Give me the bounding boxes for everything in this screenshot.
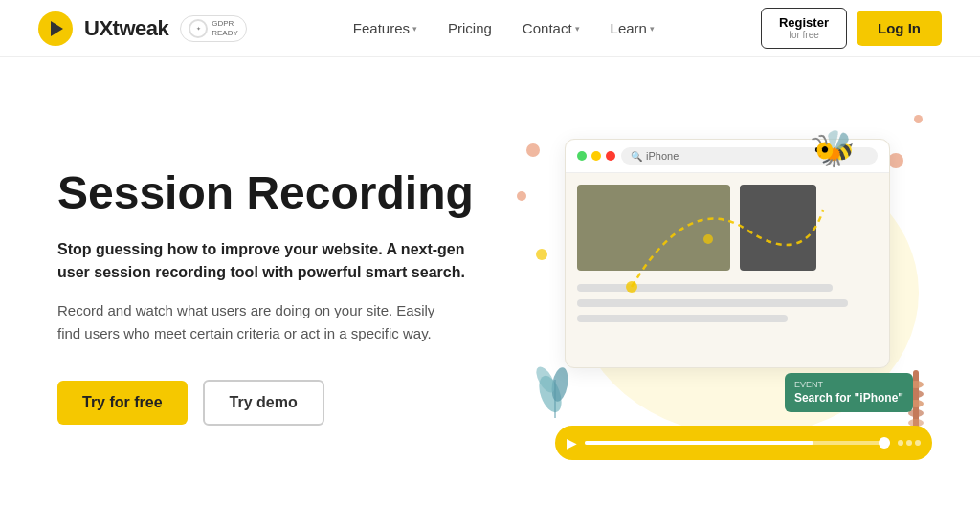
main-nav: Features ▾ Pricing Contact ▾ Learn ▾ <box>340 12 668 44</box>
chevron-down-icon: ▾ <box>650 24 655 33</box>
browser-dots <box>577 151 615 161</box>
try-demo-button[interactable]: Try demo <box>203 380 324 426</box>
content-line <box>577 299 848 307</box>
image-placeholder-small <box>740 185 816 271</box>
nav-learn[interactable]: Learn ▾ <box>597 12 668 44</box>
nav-contact[interactable]: Contact ▾ <box>509 12 593 44</box>
hero-left: Session Recording Stop guessing how to i… <box>57 159 517 426</box>
video-controls <box>898 440 921 446</box>
browser-content <box>566 173 889 334</box>
progress-fill <box>585 441 813 445</box>
hero-title: Session Recording <box>57 168 517 219</box>
progress-indicator <box>879 437 890 449</box>
decorative-dot <box>517 191 526 201</box>
login-button[interactable]: Log In <box>857 11 942 46</box>
video-dot <box>915 440 921 446</box>
play-button-icon[interactable]: ▶ <box>567 435 577 450</box>
decorative-dot <box>526 143 540 157</box>
event-text: Search for "iPhone" <box>794 390 903 406</box>
logo-icon <box>38 11 73 46</box>
decorative-dot <box>536 249 547 260</box>
dot-green <box>577 151 587 161</box>
chevron-down-icon: ▾ <box>412 24 417 33</box>
cta-buttons: Try for free Try demo <box>57 380 517 426</box>
gdpr-circle-icon: ✦ <box>189 19 208 38</box>
dot-red <box>606 151 615 161</box>
try-for-free-button[interactable]: Try for free <box>57 381 188 425</box>
decorative-dot <box>914 115 923 123</box>
image-placeholder-large <box>577 185 730 271</box>
dot-yellow <box>591 151 601 161</box>
content-line <box>577 284 833 292</box>
gdpr-label: GDPRREADY <box>212 19 238 37</box>
register-button[interactable]: Register for free <box>761 8 847 50</box>
nav-features[interactable]: Features ▾ <box>340 12 431 44</box>
header-actions: Register for free Log In <box>761 8 942 50</box>
video-playback-bar[interactable]: ▶ <box>555 426 932 460</box>
event-label: Event <box>794 379 903 391</box>
hero-illustration: 🔍 iPhone 🐝 <box>517 57 942 527</box>
chevron-down-icon: ▾ <box>575 24 580 33</box>
content-line <box>577 315 788 322</box>
video-dot <box>898 440 903 446</box>
logo-area: UXtweak ✦ GDPRREADY <box>38 11 247 46</box>
plant-left-icon <box>536 361 584 431</box>
decorative-dot <box>888 153 903 168</box>
video-dot <box>906 440 912 446</box>
main-content: Session Recording Stop guessing how to i… <box>0 57 980 527</box>
search-icon: 🔍 <box>631 151 642 162</box>
logo-text: UXtweak <box>84 16 168 41</box>
browser-mockup: 🔍 iPhone <box>565 139 890 368</box>
progress-track[interactable] <box>585 441 890 445</box>
search-text: iPhone <box>646 150 679 162</box>
gdpr-badge: ✦ GDPRREADY <box>180 15 247 42</box>
hero-subtitle: Stop guessing how to improve your websit… <box>57 238 479 284</box>
nav-pricing[interactable]: Pricing <box>434 12 505 44</box>
browser-images <box>577 185 878 271</box>
hero-description: Record and watch what users are doing on… <box>57 299 459 345</box>
event-tooltip: Event Search for "iPhone" <box>785 373 913 412</box>
